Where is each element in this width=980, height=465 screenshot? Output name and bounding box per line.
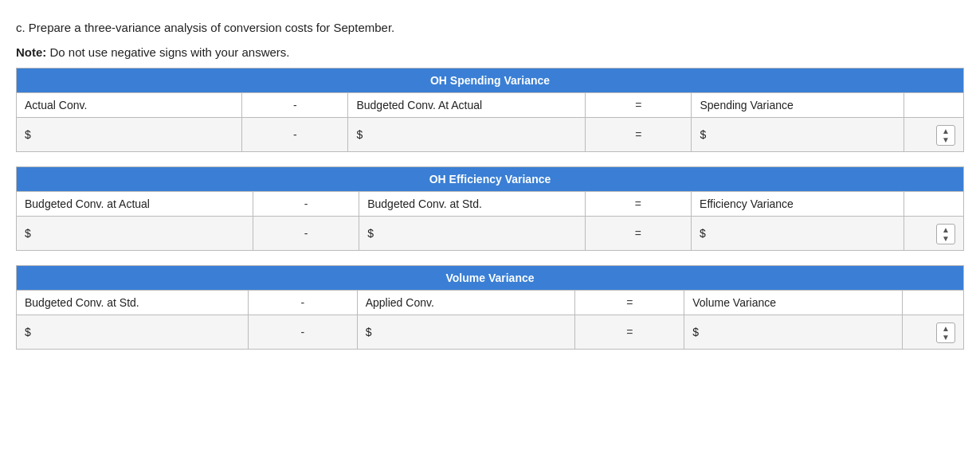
spending-col4-label — [904, 93, 964, 118]
efficiency-variance-header: OH Efficiency Variance — [17, 167, 964, 192]
efficiency-op1-label: - — [253, 192, 359, 217]
volume-op2-value: = — [575, 315, 684, 350]
volume-spinner[interactable]: ▲▼ — [936, 322, 955, 343]
spending-col2-label: Budgeted Conv. At Actual — [348, 93, 586, 118]
efficiency-spinner[interactable]: ▲▼ — [936, 224, 955, 244]
spending-op2-label: = — [586, 93, 692, 118]
spending-op2-value: = — [586, 118, 692, 152]
spending-col2-value[interactable]: $ — [348, 118, 586, 152]
spending-variance-table: OH Spending Variance Actual Conv. - Budg… — [16, 68, 964, 152]
volume-col2-label: Applied Conv. — [357, 291, 575, 315]
volume-op2-label: = — [575, 291, 684, 315]
volume-variance-table: Volume Variance Budgeted Conv. at Std. -… — [16, 265, 964, 350]
volume-col3-value[interactable]: $ — [684, 315, 903, 350]
volume-col1-label: Budgeted Conv. at Std. — [17, 291, 249, 315]
intro-note: Note: Do not use negative signs with you… — [16, 44, 964, 62]
efficiency-col3-label: Efficiency Variance — [692, 192, 904, 217]
efficiency-col2-label: Budgeted Conv. at Std. — [359, 192, 586, 217]
efficiency-col1-value[interactable]: $ — [17, 217, 253, 251]
spending-op1-value: - — [242, 118, 348, 152]
volume-col1-value[interactable]: $ — [17, 315, 249, 350]
efficiency-op2-label: = — [585, 192, 691, 217]
spending-col3-value[interactable]: $ — [692, 118, 904, 152]
spending-col1-value[interactable]: $ — [17, 118, 242, 152]
efficiency-col1-label: Budgeted Conv. at Actual — [17, 192, 253, 217]
volume-col3-label: Volume Variance — [684, 291, 903, 315]
volume-variance-header: Volume Variance — [17, 266, 964, 291]
volume-value-row: $ - $ = $ ▲▼ — [17, 315, 964, 350]
efficiency-op1-value: - — [253, 217, 359, 251]
spending-value-row: $ - $ = $ ▲▼ — [17, 118, 964, 152]
efficiency-op2-value: = — [585, 217, 691, 251]
spending-variance-header: OH Spending Variance — [17, 68, 964, 93]
efficiency-label-row: Budgeted Conv. at Actual - Budgeted Conv… — [17, 192, 964, 217]
efficiency-spinner-cell: ▲▼ — [904, 217, 963, 251]
volume-col4-label — [902, 291, 963, 315]
efficiency-variance-table: OH Efficiency Variance Budgeted Conv. at… — [16, 166, 964, 251]
efficiency-value-row: $ - $ = $ ▲▼ — [17, 217, 964, 251]
efficiency-col3-value[interactable]: $ — [692, 217, 904, 251]
intro-line1: c. Prepare a three-variance analysis of … — [16, 19, 964, 37]
efficiency-col4-label — [904, 192, 963, 217]
volume-col2-value[interactable]: $ — [357, 315, 575, 350]
spending-col3-label: Spending Variance — [692, 93, 904, 118]
spending-spinner-cell: ▲▼ — [904, 118, 964, 152]
spending-spinner[interactable]: ▲▼ — [936, 125, 955, 146]
efficiency-col2-value[interactable]: $ — [359, 217, 586, 251]
volume-label-row: Budgeted Conv. at Std. - Applied Conv. =… — [17, 291, 964, 315]
note-label: Note: — [16, 45, 46, 59]
volume-spinner-cell: ▲▼ — [902, 315, 963, 350]
spending-op1-label: - — [242, 93, 348, 118]
spending-label-row: Actual Conv. - Budgeted Conv. At Actual … — [17, 93, 964, 118]
volume-op1-label: - — [248, 291, 357, 315]
volume-op1-value: - — [248, 315, 357, 350]
spending-col1-label: Actual Conv. — [17, 93, 242, 118]
note-text: Do not use negative signs with your answ… — [50, 45, 290, 59]
